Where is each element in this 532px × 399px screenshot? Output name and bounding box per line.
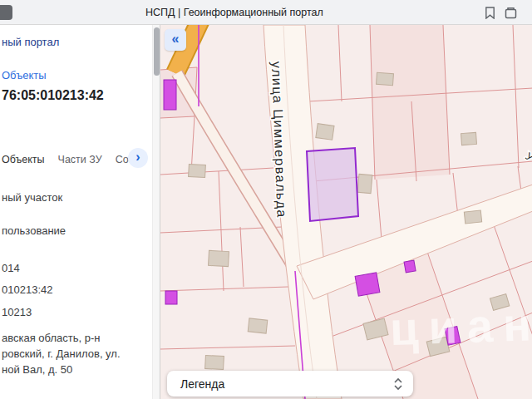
- building: [205, 355, 224, 369]
- browser-topbar: НСПД | Геоинформационный портал: [0, 0, 532, 25]
- legend-bar[interactable]: Легенда: [167, 371, 413, 397]
- address-line: ровский, г. Данилов, ул.: [2, 346, 121, 362]
- building: [316, 124, 334, 140]
- tab-zu-parts[interactable]: Части ЗУ: [58, 154, 102, 165]
- magenta-building: [165, 291, 177, 304]
- building: [209, 250, 229, 266]
- panel-tabs: Объекты Части ЗУ Соста: [2, 154, 144, 165]
- breadcrumb[interactable]: ный портал: [2, 36, 59, 48]
- browser-partial-icon[interactable]: [0, 5, 12, 20]
- collections-icon[interactable]: [505, 7, 517, 22]
- info-panel: ный портал Объекты 76:05:010213:42 Объек…: [0, 25, 160, 399]
- cadastral-map-canvas[interactable]: улица Циммервальда У: [160, 25, 532, 399]
- building: [461, 132, 477, 145]
- building: [464, 210, 481, 224]
- map-viewport[interactable]: улица Циммервальда У циан « Легенда: [160, 25, 532, 399]
- address-line: ной Вал, д. 50: [2, 362, 121, 377]
- legend-expand-icon[interactable]: [393, 377, 403, 392]
- magenta-building: [404, 260, 416, 273]
- field-value-2: 010213:42: [2, 283, 52, 296]
- building: [357, 174, 372, 193]
- tab-objects[interactable]: Объекты: [2, 154, 45, 165]
- app-root: НСПД | Геоинформационный портал ный порт…: [0, 0, 532, 399]
- browser-tab-title: НСПД | Геоинформационный портал: [145, 7, 323, 18]
- tabs-scroll-next-button[interactable]: ›: [128, 148, 148, 168]
- address-block: авская область, р-н ровский, г. Данилов,…: [2, 330, 121, 377]
- collapse-panel-button[interactable]: «: [165, 29, 186, 51]
- address-line: авская область, р-н: [2, 330, 121, 346]
- building: [377, 72, 394, 85]
- legend-label: Легенда: [180, 377, 224, 391]
- field-value-1: 014: [2, 262, 20, 274]
- building: [490, 294, 509, 311]
- field-parcel-type: ный участок: [2, 191, 62, 204]
- field-permitted-use: пользование: [2, 224, 66, 237]
- objects-link[interactable]: Объекты: [2, 69, 47, 81]
- building: [248, 318, 268, 333]
- bookmark-icon[interactable]: [485, 7, 495, 22]
- page-title-cadastral-number: 76:05:010213:42: [2, 88, 104, 103]
- panel-scrollbar-thumb[interactable]: [154, 27, 160, 76]
- field-value-3: 10213: [2, 306, 32, 318]
- selected-parcel[interactable]: [307, 148, 358, 221]
- panel-scrollbar[interactable]: [152, 25, 160, 399]
- magenta-building: [164, 80, 176, 110]
- building: [189, 164, 206, 177]
- magenta-building: [355, 273, 380, 296]
